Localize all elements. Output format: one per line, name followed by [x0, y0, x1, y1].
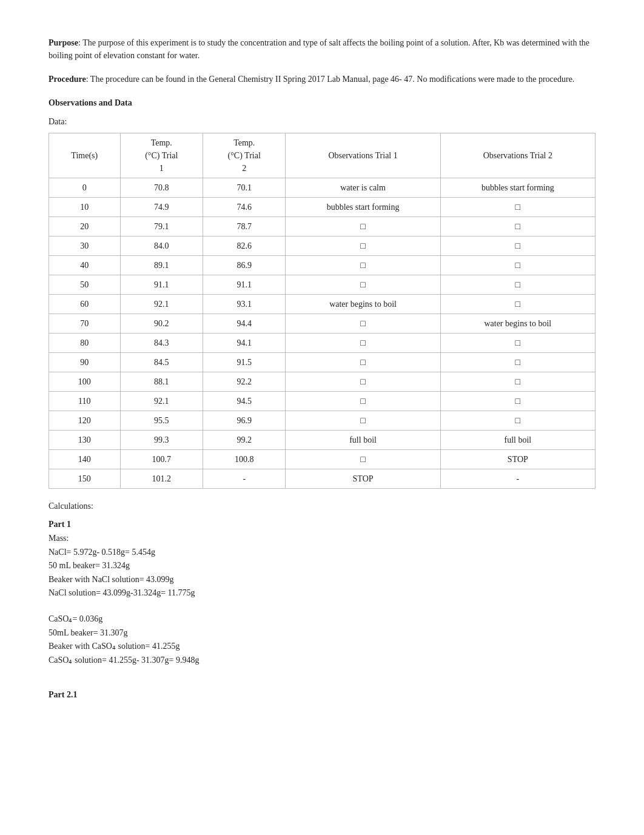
cell-r13-c2: 99.2 [203, 431, 286, 450]
cell-r9-c0: 90 [49, 353, 121, 372]
table-row: 2079.178.7□□ [49, 217, 595, 236]
cell-r8-c3: □ [286, 334, 440, 353]
table-row: 3084.082.6□□ [49, 236, 595, 256]
purpose-text: : The purpose of this experiment is to s… [49, 38, 589, 60]
cell-r0-c4: bubbles start forming [440, 178, 595, 198]
nacl-line2: 50 mL beaker= 31.324g [49, 559, 595, 572]
cell-r8-c1: 84.3 [120, 334, 203, 353]
cell-r11-c2: 94.5 [203, 392, 286, 411]
cell-r10-c3: □ [286, 372, 440, 392]
table-row: 11092.194.5□□ [49, 392, 595, 411]
cell-r15-c2: - [203, 469, 286, 489]
cell-r4-c3: □ [286, 256, 440, 275]
cell-r0-c2: 70.1 [203, 178, 286, 198]
cell-r0-c1: 70.8 [120, 178, 203, 198]
cell-r4-c4: □ [440, 256, 595, 275]
col-header-obs2: Observations Trial 2 [440, 133, 595, 178]
table-row: 140100.7100.8□STOP [49, 450, 595, 469]
col-header-temp1: Temp.(°C) Trial1 [120, 133, 203, 178]
table-row: 1074.974.6bubbles start forming□ [49, 198, 595, 217]
mass-label: Mass: [49, 532, 595, 545]
table-row: 4089.186.9□□ [49, 256, 595, 275]
cell-r5-c3: □ [286, 275, 440, 295]
cell-r3-c1: 84.0 [120, 236, 203, 256]
table-row: 9084.591.5□□ [49, 353, 595, 372]
cell-r6-c3: water begins to boil [286, 295, 440, 314]
cell-r4-c1: 89.1 [120, 256, 203, 275]
cell-r1-c3: bubbles start forming [286, 198, 440, 217]
col-header-temp2: Temp.(°C) Trial2 [203, 133, 286, 178]
calculations-section: Calculations: Part 1 Mass: NaCl= 5.972g-… [49, 500, 595, 701]
cell-r9-c3: □ [286, 353, 440, 372]
cell-r0-c3: water is calm [286, 178, 440, 198]
cell-r3-c0: 30 [49, 236, 121, 256]
cell-r2-c1: 79.1 [120, 217, 203, 236]
cell-r10-c4: □ [440, 372, 595, 392]
cell-r8-c4: □ [440, 334, 595, 353]
cell-r13-c4: full boil [440, 431, 595, 450]
cell-r3-c4: □ [440, 236, 595, 256]
table-row: 5091.191.1□□ [49, 275, 595, 295]
part1-heading: Part 1 [49, 518, 595, 531]
table-row: 150101.2-STOP- [49, 469, 595, 489]
cell-r0-c0: 0 [49, 178, 121, 198]
cell-r2-c2: 78.7 [203, 217, 286, 236]
nacl-line3: Beaker with NaCl solution= 43.099g [49, 573, 595, 586]
cell-r13-c1: 99.3 [120, 431, 203, 450]
cell-r11-c1: 92.1 [120, 392, 203, 411]
cell-r14-c1: 100.7 [120, 450, 203, 469]
cell-r7-c4: water begins to boil [440, 314, 595, 334]
purpose-paragraph: Purpose: The purpose of this experiment … [49, 36, 595, 62]
cell-r12-c1: 95.5 [120, 411, 203, 431]
cell-r10-c2: 92.2 [203, 372, 286, 392]
nacl-line1: NaCl= 5.972g- 0.518g= 5.454g [49, 546, 595, 559]
cell-r3-c3: □ [286, 236, 440, 256]
cell-r9-c2: 91.5 [203, 353, 286, 372]
cell-r5-c0: 50 [49, 275, 121, 295]
table-row: 8084.394.1□□ [49, 334, 595, 353]
table-row: 13099.399.2full boilfull boil [49, 431, 595, 450]
cell-r12-c2: 96.9 [203, 411, 286, 431]
cell-r6-c0: 60 [49, 295, 121, 314]
cell-r1-c2: 74.6 [203, 198, 286, 217]
table-row: 7090.294.4□water begins to boil [49, 314, 595, 334]
cell-r14-c3: □ [286, 450, 440, 469]
procedure-paragraph: Procedure: The procedure can be found in… [49, 73, 595, 86]
table-row: 6092.193.1water begins to boil□ [49, 295, 595, 314]
caso4-line1: CaSO₄= 0.036g [49, 612, 595, 626]
cell-r1-c0: 10 [49, 198, 121, 217]
cell-r8-c2: 94.1 [203, 334, 286, 353]
cell-r11-c3: □ [286, 392, 440, 411]
table-row: 12095.596.9□□ [49, 411, 595, 431]
cell-r7-c0: 70 [49, 314, 121, 334]
cell-r6-c4: □ [440, 295, 595, 314]
caso4-line2: 50mL beaker= 31.307g [49, 626, 595, 640]
cell-r13-c0: 130 [49, 431, 121, 450]
cell-r15-c4: - [440, 469, 595, 489]
caso4-line4: CaSO₄ solution= 41.255g- 31.307g= 9.948g [49, 654, 595, 667]
cell-r14-c0: 140 [49, 450, 121, 469]
cell-r6-c2: 93.1 [203, 295, 286, 314]
cell-r13-c3: full boil [286, 431, 440, 450]
procedure-text: : The procedure can be found in the Gene… [86, 75, 575, 84]
calculations-heading: Calculations: [49, 500, 595, 513]
cell-r6-c1: 92.1 [120, 295, 203, 314]
cell-r8-c0: 80 [49, 334, 121, 353]
cell-r15-c3: STOP [286, 469, 440, 489]
table-row: 070.870.1water is calmbubbles start form… [49, 178, 595, 198]
cell-r11-c0: 110 [49, 392, 121, 411]
col-header-time: Time(s) [49, 133, 121, 178]
cell-r9-c1: 84.5 [120, 353, 203, 372]
cell-r12-c0: 120 [49, 411, 121, 431]
cell-r2-c3: □ [286, 217, 440, 236]
cell-r1-c4: □ [440, 198, 595, 217]
cell-r10-c1: 88.1 [120, 372, 203, 392]
nacl-line4: NaCl solution= 43.099g-31.324g= 11.775g [49, 586, 595, 600]
cell-r7-c2: 94.4 [203, 314, 286, 334]
cell-r4-c2: 86.9 [203, 256, 286, 275]
cell-r11-c4: □ [440, 392, 595, 411]
cell-r3-c2: 82.6 [203, 236, 286, 256]
cell-r10-c0: 100 [49, 372, 121, 392]
cell-r5-c1: 91.1 [120, 275, 203, 295]
cell-r12-c4: □ [440, 411, 595, 431]
